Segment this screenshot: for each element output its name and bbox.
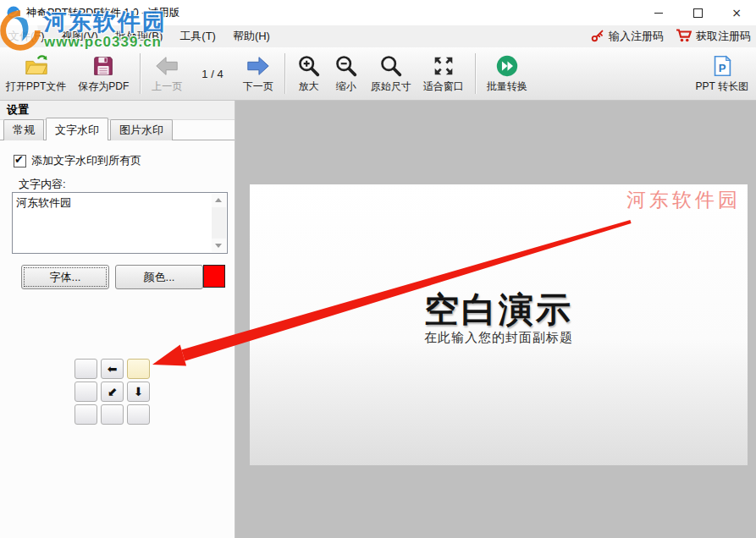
minimize-icon <box>654 13 663 14</box>
tab-general[interactable]: 常规 <box>3 119 44 140</box>
settings-panel: 设置 常规 文字水印 图片水印 添加文字水印到所有页 文字内容: 河东软件园 字… <box>0 101 235 538</box>
watermark-position-grid: ⬅ ⬋ ⬇ <box>74 359 150 425</box>
svg-text:P: P <box>719 62 726 74</box>
zoom-in-icon <box>296 53 322 79</box>
checkbox-label: 添加文字水印到所有页 <box>31 153 141 168</box>
zoom-out-icon <box>334 53 359 79</box>
color-swatch <box>203 265 225 288</box>
next-page-button[interactable]: 下一页 <box>237 51 279 96</box>
cart-icon <box>676 28 692 45</box>
text-content-label: 文字内容: <box>19 177 66 192</box>
prev-page-button[interactable]: 上一页 <box>146 51 188 96</box>
next-arrow-icon <box>246 53 271 79</box>
zoom-in-button[interactable]: 放大 <box>290 51 328 96</box>
position-cell-middle-left[interactable] <box>74 382 97 402</box>
get-register-code-button[interactable]: 获取注册码 <box>676 28 751 45</box>
minimize-button[interactable] <box>639 0 678 25</box>
original-size-button[interactable]: 原始尺寸 <box>365 51 417 96</box>
open-ppt-button[interactable]: 打开PPT文件 <box>0 51 72 96</box>
enter-register-code-button[interactable]: 输入注册码 <box>591 29 664 45</box>
settings-header: 设置 <box>0 101 235 120</box>
menu-batch[interactable]: 批处理(B) <box>107 25 171 47</box>
page-indicator: 1 / 4 <box>201 68 223 80</box>
position-cell-bottom-center[interactable] <box>101 404 124 425</box>
menu-view[interactable]: 视图(V) <box>53 25 107 47</box>
settings-tabs: 常规 文字水印 图片水印 <box>3 122 235 140</box>
position-cell-top-center[interactable]: ⬅ <box>101 359 124 379</box>
checkbox-icon[interactable] <box>14 155 26 167</box>
scroll-down-icon[interactable] <box>212 239 226 252</box>
position-cell-top-right[interactable] <box>127 359 150 379</box>
maximize-button[interactable] <box>678 0 717 25</box>
toolbar-separator <box>475 53 476 94</box>
menu-file[interactable]: 文件(F) <box>0 25 53 47</box>
toolbar-separator <box>140 53 141 94</box>
close-icon: × <box>731 7 742 19</box>
slide-preview: 河东软件园 空白演示 在此输入您的封面副标题 <box>250 184 748 465</box>
slide-subtitle: 在此输入您的封面副标题 <box>250 330 748 346</box>
maximize-icon <box>693 8 703 18</box>
magnifier-icon <box>378 53 404 79</box>
textarea-scrollbar[interactable] <box>212 194 226 252</box>
position-cell-bottom-right[interactable] <box>127 404 150 425</box>
batch-convert-icon <box>494 53 520 79</box>
scroll-up-icon[interactable] <box>212 194 226 207</box>
position-cell-bottom-left[interactable] <box>74 404 97 425</box>
fit-window-icon <box>431 53 456 79</box>
color-button[interactable]: 颜色... <box>115 265 203 289</box>
ppt-to-long-image-button[interactable]: P PPT 转长图 <box>690 51 754 96</box>
tab-image-watermark[interactable]: 图片水印 <box>110 119 173 140</box>
slide-title: 空白演示 <box>250 287 748 333</box>
prev-arrow-icon <box>154 53 179 79</box>
save-pdf-button[interactable]: 保存为PDF <box>72 51 135 96</box>
menu-tools[interactable]: 工具(T) <box>171 25 224 47</box>
menu-bar: 文件(F) 视图(V) 批处理(B) 工具(T) 帮助(H) 输入注册码 获取注… <box>0 25 756 47</box>
toolbar-separator <box>284 53 285 94</box>
position-cell-top-left[interactable] <box>74 359 97 379</box>
slide-watermark-text: 河东软件园 <box>626 187 741 213</box>
font-button[interactable]: 字体... <box>21 265 109 289</box>
zoom-out-button[interactable]: 缩小 <box>328 51 365 96</box>
menu-help[interactable]: 帮助(H) <box>224 25 279 47</box>
batch-convert-button[interactable]: 批量转换 <box>481 51 533 96</box>
open-folder-icon <box>23 53 50 79</box>
window-title: 神奇PPT转PDF软件 1.0 - 试用版 <box>26 6 179 20</box>
preview-area: 河东软件园 空白演示 在此输入您的封面副标题 <box>235 101 756 538</box>
watermark-text-value: 河东软件园 <box>16 195 71 211</box>
add-watermark-checkbox-row[interactable]: 添加文字水印到所有页 <box>14 153 141 168</box>
fit-window-button[interactable]: 适合窗口 <box>417 51 470 96</box>
position-cell-center[interactable]: ⬋ <box>101 382 124 402</box>
app-icon <box>7 6 20 19</box>
watermark-text-input[interactable]: 河东软件园 <box>12 192 228 254</box>
toolbar: 打开PPT文件 保存为PDF 上一页 1 / 4 下一页 放大 <box>0 47 756 101</box>
title-bar: 神奇PPT转PDF软件 1.0 - 试用版 × <box>0 0 756 25</box>
tab-text-watermark[interactable]: 文字水印 <box>46 118 108 140</box>
save-floppy-icon <box>91 53 116 79</box>
key-icon <box>591 29 604 45</box>
position-cell-middle-right[interactable]: ⬇ <box>127 382 150 402</box>
ppt-long-image-icon: P <box>709 53 735 79</box>
close-button[interactable]: × <box>717 0 756 25</box>
